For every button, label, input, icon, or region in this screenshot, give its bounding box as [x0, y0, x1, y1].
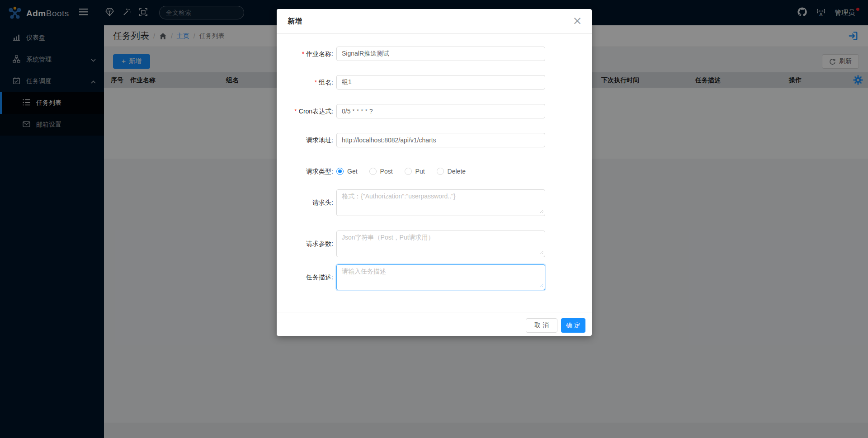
request-params-textarea[interactable]	[336, 231, 545, 257]
radio-post[interactable]: Post	[369, 168, 393, 175]
cancel-button[interactable]: 取 消	[526, 318, 557, 333]
field-label: 请求参数:	[277, 231, 333, 257]
field-label: *Cron表达式:	[277, 104, 333, 118]
radio-circle-icon	[405, 168, 412, 175]
field-label: 请求类型:	[277, 164, 333, 179]
group-name-input[interactable]	[336, 75, 545, 89]
radio-delete[interactable]: Delete	[437, 168, 466, 175]
required-mark: *	[315, 79, 317, 86]
modal-title: 新增	[288, 17, 302, 26]
close-icon[interactable]: ×	[569, 13, 585, 29]
modal-footer: 取 消 确 定	[277, 312, 592, 336]
radio-circle-icon	[437, 168, 444, 175]
modal-header: 新增 ×	[277, 9, 592, 34]
text-cursor	[342, 268, 342, 276]
field-label: *作业名称:	[277, 47, 333, 61]
job-name-input[interactable]	[336, 47, 545, 61]
field-label: 任务描述:	[277, 264, 333, 290]
ok-button[interactable]: 确 定	[561, 318, 585, 333]
request-header-textarea[interactable]	[336, 189, 545, 216]
field-label: 请求头:	[277, 189, 333, 216]
field-label: 请求地址:	[277, 133, 333, 147]
radio-get[interactable]: Get	[336, 168, 358, 175]
required-mark: *	[294, 108, 297, 115]
required-mark: *	[302, 50, 304, 57]
radio-circle-icon	[336, 168, 344, 175]
cron-expression-input[interactable]	[336, 104, 545, 118]
radio-circle-icon	[369, 168, 377, 175]
field-label: *组名:	[277, 75, 333, 89]
task-desc-textarea[interactable]	[336, 264, 545, 290]
app-root: 仪表盘 系统管理 任务调度	[0, 0, 868, 438]
request-url-input[interactable]	[336, 133, 545, 147]
radio-put[interactable]: Put	[405, 168, 425, 175]
add-task-modal: 新增 × *作业名称: *组名: *Cron表达式: 请求地址: 请求类型: G…	[277, 9, 592, 336]
